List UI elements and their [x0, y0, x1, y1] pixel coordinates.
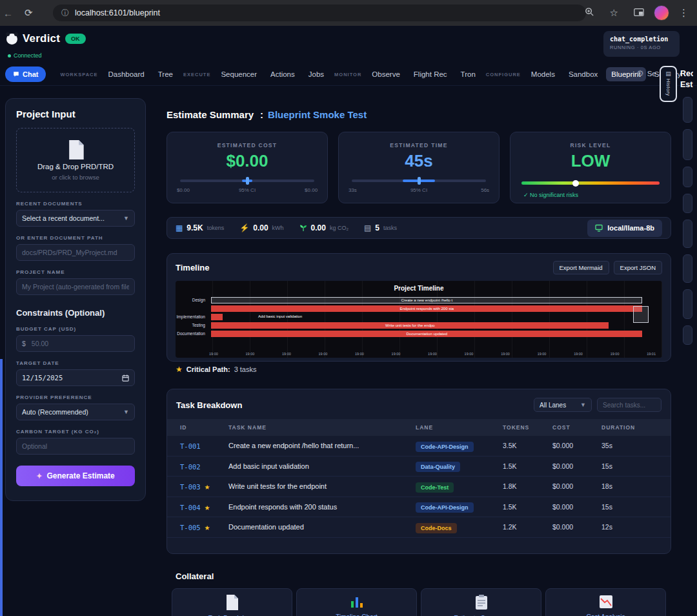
- nav-item-flight-rec[interactable]: Flight Rec: [409, 67, 452, 81]
- target-date-input[interactable]: 12/15/2025: [16, 369, 135, 386]
- provider-preference-select[interactable]: Auto (Recommended) ▼: [16, 404, 135, 420]
- nav-item-models[interactable]: Models: [526, 67, 560, 81]
- line-chart-icon: [599, 595, 613, 609]
- gantt-bar[interactable]: Write unit tests for the endpo: [211, 322, 609, 329]
- bookmark-star-icon[interactable]: ☆: [604, 7, 624, 19]
- budget-cap-label: BUDGET CAP (USD): [16, 326, 135, 332]
- nav-item-actions[interactable]: Actions: [265, 67, 300, 81]
- nav-item-jobs[interactable]: Jobs: [303, 67, 329, 81]
- tokens-value: 9.5K: [187, 223, 203, 232]
- risk-gauge-marker: [572, 180, 579, 187]
- nav-item-sandbox[interactable]: Sandbox: [563, 67, 603, 81]
- task-tokens: 3.5K: [503, 442, 552, 449]
- recent-documents-label: RECENT DOCUMENTS: [16, 201, 135, 207]
- table-row[interactable]: T-002 Add basic input validation Data-Qu…: [167, 457, 671, 477]
- generate-estimate-label: Generate Estimate: [46, 471, 114, 480]
- rail-item[interactable]: [683, 194, 692, 213]
- carbon-target-input[interactable]: [16, 438, 135, 455]
- summary-project-link[interactable]: Blueprint Smoke Test: [268, 109, 367, 120]
- reload-icon[interactable]: ⟳: [19, 7, 39, 19]
- project-name-input[interactable]: [16, 278, 135, 295]
- budget-cap-input[interactable]: $ 50.00: [16, 335, 135, 352]
- collateral-card[interactable]: Cost Analysis: [545, 588, 666, 616]
- export-mermaid-button[interactable]: Export Mermaid: [553, 261, 609, 274]
- job-status-card[interactable]: chat_completion RUNNING · 0S AGO: [603, 31, 680, 57]
- table-row[interactable]: T-001 Create a new endpoint /hello that …: [167, 436, 671, 457]
- tasks-unit: tasks: [383, 225, 397, 231]
- back-icon[interactable]: ←: [0, 8, 19, 19]
- lane-filter-select[interactable]: All Lanes ▼: [534, 398, 592, 412]
- nav-item-dashboard[interactable]: Dashboard: [103, 67, 149, 81]
- clipboard-icon: [475, 595, 488, 610]
- nav-item-tree[interactable]: Tree: [153, 67, 178, 81]
- table-row[interactable]: T-004★ Endpoint responds with 200 status…: [167, 497, 671, 518]
- settings-button[interactable]: ⚙ Se: [636, 68, 656, 78]
- recent-documents-value: Select a recent document...: [22, 214, 105, 222]
- risk-note: ✓ No significant risks: [523, 192, 671, 198]
- task-duration: 18s: [601, 482, 671, 490]
- export-json-button[interactable]: Export JSON: [614, 261, 662, 274]
- task-id[interactable]: T-002: [180, 463, 201, 471]
- recent-documents-select[interactable]: Select a recent document... ▼: [16, 210, 135, 227]
- site-info-icon[interactable]: ⓘ: [61, 8, 69, 19]
- gantt-bar[interactable]: Documentation updated: [211, 331, 642, 337]
- rail-item[interactable]: [683, 167, 692, 187]
- chat-button[interactable]: Chat: [5, 67, 46, 82]
- chat-label: Chat: [23, 70, 38, 78]
- collateral-card[interactable]: Task Breakdown: [172, 588, 292, 616]
- risk-gauge[interactable]: [521, 181, 659, 185]
- task-breakdown-title: Task Breakdown: [176, 400, 242, 410]
- critical-star-icon: ★: [205, 484, 210, 491]
- task-id[interactable]: T-005: [180, 524, 201, 531]
- history-tab[interactable]: ▤ History: [660, 66, 677, 102]
- slider-thumb[interactable]: [418, 177, 421, 185]
- task-id[interactable]: T-004: [180, 504, 201, 511]
- nav-item-sequencer[interactable]: Sequencer: [216, 67, 262, 81]
- task-cost: $0.000: [552, 442, 601, 449]
- model-pill[interactable]: local/llama-8b: [587, 220, 662, 237]
- lane-documentation: Documentation: [177, 331, 205, 336]
- gantt-bar[interactable]: [211, 314, 222, 320]
- collateral-card[interactable]: Estimate Summary: [421, 588, 541, 616]
- gantt-bar[interactable]: Endpoint responds with 200 sta: [211, 305, 642, 312]
- table-row[interactable]: T-005★ Documentation updated Code-Docs 1…: [167, 517, 671, 538]
- file-dropzone[interactable]: Drag & Drop PRD/TRD or click to browse: [16, 128, 135, 192]
- nav-item-observe[interactable]: Observe: [367, 67, 405, 81]
- rail-item[interactable]: [683, 325, 692, 345]
- address-bar[interactable]: ⓘ localhost:6101/blueprint: [53, 5, 586, 21]
- browser-menu-icon[interactable]: ⋮: [673, 7, 694, 19]
- rail-item[interactable]: [683, 289, 692, 319]
- table-row[interactable]: T-003★ Write unit tests for the endpoint…: [167, 477, 671, 497]
- cost-value: $0.00: [167, 151, 327, 171]
- rail-item[interactable]: [683, 97, 692, 123]
- task-name: Create a new endpoint /hello that return…: [228, 442, 416, 449]
- task-search-input[interactable]: [597, 398, 662, 412]
- rail-item[interactable]: [683, 129, 692, 160]
- gantt-bar[interactable]: Create a new endpoint /hello t: [211, 297, 642, 303]
- cost-ci-slider[interactable]: [180, 180, 314, 182]
- risk-value: LOW: [510, 151, 671, 171]
- slider-thumb[interactable]: [246, 177, 249, 185]
- time-ci-slider[interactable]: [352, 180, 486, 182]
- generate-estimate-button[interactable]: ✦ Generate Estimate: [16, 466, 135, 486]
- profile-avatar[interactable]: [654, 5, 669, 21]
- task-id[interactable]: T-001: [180, 442, 201, 450]
- zoom-icon[interactable]: [579, 7, 600, 19]
- document-path-input[interactable]: [16, 244, 135, 261]
- task-tokens: 1.2K: [503, 523, 552, 531]
- job-name: chat_completion: [610, 36, 673, 43]
- install-app-icon[interactable]: [628, 8, 650, 19]
- lane-testing: Testing: [192, 323, 205, 327]
- health-badge: OK: [65, 34, 86, 44]
- task-breakdown-header: Task Breakdown All Lanes ▼: [167, 389, 671, 419]
- model-name: local/llama-8b: [607, 224, 654, 232]
- collateral-card[interactable]: Timeline Chart: [296, 588, 417, 616]
- rail-item[interactable]: [683, 254, 692, 283]
- summary-title: Estimate Summary: [167, 109, 254, 120]
- task-id[interactable]: T-003: [180, 483, 201, 491]
- nav-item-tron[interactable]: Tron: [456, 67, 481, 81]
- rail-item[interactable]: [683, 220, 692, 248]
- url-text: localhost:6101/blueprint: [75, 8, 160, 17]
- task-name: Write unit tests for the endpoint: [228, 482, 416, 490]
- col-header-name: TASK NAME: [228, 424, 416, 431]
